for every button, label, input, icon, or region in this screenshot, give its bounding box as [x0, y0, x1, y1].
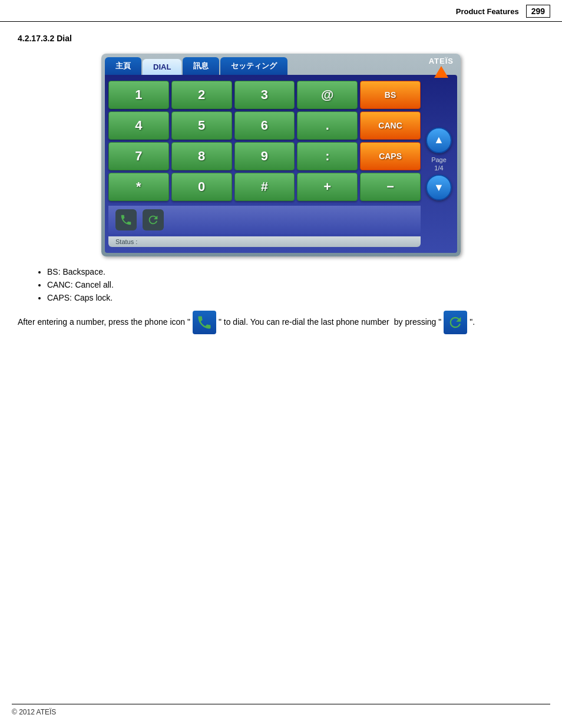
- key-hash[interactable]: #: [234, 173, 295, 201]
- header-title: Product Features: [456, 7, 519, 16]
- phone-call-button[interactable]: [115, 209, 137, 230]
- page-header: Product Features 299: [0, 0, 562, 22]
- header-page: 299: [526, 5, 550, 18]
- key-bs[interactable]: BS: [360, 81, 421, 109]
- footer-copyright: © 2012 ATEÏS: [12, 708, 56, 716]
- key-7[interactable]: 7: [108, 142, 169, 170]
- desc-part4: ".: [470, 315, 475, 330]
- desc-part2: " to dial. You can re-dial the last phon…: [219, 315, 389, 330]
- key-plus[interactable]: +: [297, 173, 358, 201]
- bottom-bar: [108, 206, 421, 234]
- key-1[interactable]: 1: [108, 81, 169, 109]
- bullet-canc: CANC: Cancel all.: [47, 280, 562, 289]
- key-0[interactable]: 0: [171, 173, 232, 201]
- key-star[interactable]: *: [108, 173, 169, 201]
- redial-button[interactable]: [143, 209, 164, 230]
- desc-part3: by pressing ": [394, 315, 441, 330]
- page-footer: © 2012 ATEÏS: [12, 704, 550, 716]
- key-3[interactable]: 3: [234, 81, 295, 109]
- keypad-row-2: 4 5 6 . CANC: [108, 111, 421, 140]
- keypad-row-1: 1 2 3 @ BS: [108, 81, 421, 109]
- bullet-bs: BS: Backspace.: [47, 267, 562, 276]
- key-4[interactable]: 4: [108, 111, 169, 140]
- key-minus[interactable]: −: [360, 173, 421, 201]
- desc-part1: After entering a number, press the phone…: [18, 315, 190, 330]
- status-label: Status :: [115, 238, 137, 245]
- key-dot[interactable]: .: [297, 111, 358, 140]
- page-indicator: Page 1/4: [431, 156, 447, 173]
- page-down-button[interactable]: ▼: [426, 174, 452, 200]
- tab-settings[interactable]: セッティング: [220, 57, 287, 75]
- key-at[interactable]: @: [297, 81, 358, 109]
- section-heading: 4.2.17.3.2 Dial: [18, 34, 562, 43]
- key-9[interactable]: 9: [234, 142, 295, 170]
- description-text: After entering a number, press the phone…: [18, 311, 544, 334]
- key-2[interactable]: 2: [171, 81, 232, 109]
- brand-logo: ATEÏS: [429, 57, 454, 79]
- key-colon[interactable]: :: [297, 142, 358, 170]
- status-bar: Status :: [108, 236, 421, 247]
- dial-widget: 主頁 DIAL 訊息 セッティング ATEÏS 1: [101, 54, 461, 256]
- bullet-caps: CAPS: Caps lock.: [47, 293, 562, 302]
- page-up-button[interactable]: ▲: [426, 127, 452, 153]
- keypad-row-3: 7 8 9 : CAPS: [108, 142, 421, 170]
- key-canc[interactable]: CANC: [360, 111, 421, 140]
- key-8[interactable]: 8: [171, 142, 232, 170]
- key-caps[interactable]: CAPS: [360, 142, 421, 170]
- tabs-row: 主頁 DIAL 訊息 セッティング ATEÏS: [105, 57, 457, 75]
- key-5[interactable]: 5: [171, 111, 232, 140]
- brand-triangle: [434, 66, 448, 78]
- tab-messages[interactable]: 訊息: [183, 57, 219, 75]
- tab-home[interactable]: 主頁: [105, 57, 141, 75]
- right-controls: ▲ Page 1/4 ▼: [424, 127, 454, 201]
- dial-widget-wrapper: 主頁 DIAL 訊息 セッティング ATEÏS 1: [92, 54, 470, 256]
- keypad-area: 1 2 3 @ BS 4 5 6 . CANC 7 8: [108, 81, 421, 247]
- redial-icon-inline: [444, 311, 467, 334]
- main-panel: 1 2 3 @ BS 4 5 6 . CANC 7 8: [105, 75, 457, 253]
- key-6[interactable]: 6: [234, 111, 295, 140]
- tab-dial[interactable]: DIAL: [143, 59, 181, 75]
- keypad-row-4: * 0 # + −: [108, 173, 421, 201]
- phone-icon-inline: [193, 311, 216, 334]
- bullet-list: BS: Backspace. CANC: Cancel all. CAPS: C…: [47, 267, 562, 302]
